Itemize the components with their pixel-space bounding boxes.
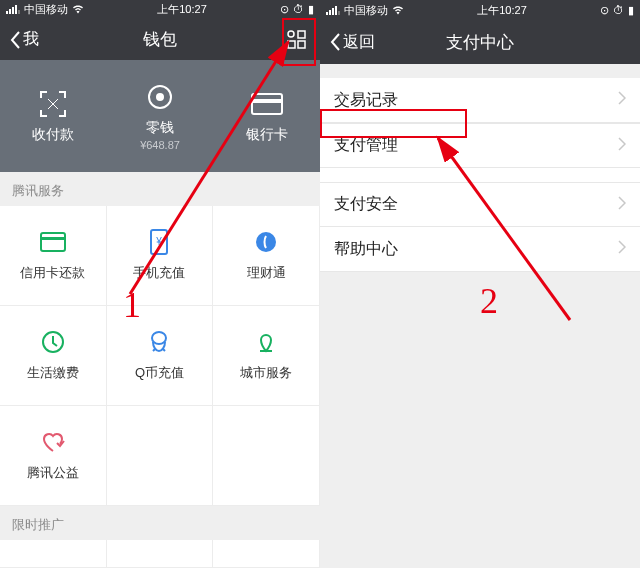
status-bar: 中国移动 上午10:27 ⊙ ⏱ ▮ [320, 0, 640, 20]
signal-icon [326, 6, 340, 15]
svg-rect-8 [41, 233, 65, 251]
scan-icon [38, 88, 68, 120]
credit-icon [40, 228, 66, 256]
section-tencent-services: 腾讯服务 [0, 172, 320, 206]
recharge-icon: ¥ [150, 228, 168, 256]
clock-label: 上午10:27 [157, 2, 207, 17]
service-recharge[interactable]: ¥手机充值 [107, 206, 214, 306]
pay-receive-button[interactable]: 收付款 [0, 60, 107, 171]
svg-rect-6 [252, 94, 282, 114]
alarm-icon-2: ⏱ [613, 4, 624, 16]
menu-item-0[interactable]: 交易记录 [320, 78, 640, 123]
balance-label: 零钱 [146, 119, 174, 137]
service-qcoin[interactable]: Q币充值 [107, 306, 214, 406]
alarm-icon: ⊙ [600, 4, 609, 17]
carrier-label: 中国移动 [24, 2, 68, 17]
svg-point-14 [152, 332, 166, 344]
balance-amount: ¥648.87 [140, 139, 180, 151]
back-button[interactable]: 我 [10, 29, 39, 50]
settings-menu: 交易记录支付管理支付安全帮助中心 [320, 78, 640, 272]
balance-button[interactable]: 零钱 ¥648.87 [107, 60, 214, 171]
nav-bar: 我 钱包 [0, 19, 320, 61]
qcoin-icon [147, 328, 171, 356]
signal-icon [6, 5, 20, 14]
menu-item-2[interactable]: 支付安全 [320, 182, 640, 227]
service-label: 腾讯公益 [27, 464, 79, 482]
city-icon [254, 328, 278, 356]
card-icon [251, 88, 283, 120]
menu-item-label: 帮助中心 [334, 239, 398, 260]
menu-item-label: 支付安全 [334, 194, 398, 215]
carrier-label: 中国移动 [344, 3, 388, 18]
back-button[interactable]: 返回 [330, 32, 375, 53]
service-label: 生活缴费 [27, 364, 79, 382]
back-label: 返回 [343, 32, 375, 53]
menu-item-1[interactable]: 支付管理 [320, 123, 640, 168]
page-title: 钱包 [0, 28, 320, 51]
empty-cell [107, 406, 214, 506]
back-label: 我 [23, 29, 39, 50]
svg-point-5 [156, 93, 164, 101]
menu-item-3[interactable]: 帮助中心 [320, 227, 640, 272]
service-charity[interactable]: 腾讯公益 [0, 406, 107, 506]
wifi-icon [392, 4, 404, 16]
bank-card-button[interactable]: 银行卡 [213, 60, 320, 171]
chevron-left-icon [10, 31, 21, 49]
bank-card-label: 银行卡 [246, 126, 288, 144]
alarm-icon: ⊙ [280, 3, 289, 16]
clock-label: 上午10:27 [477, 3, 527, 18]
svg-point-12 [256, 232, 276, 252]
svg-rect-7 [252, 99, 282, 103]
svg-text:¥: ¥ [156, 236, 163, 247]
chevron-right-icon [618, 196, 626, 214]
svg-point-0 [288, 31, 294, 37]
menu-item-label: 支付管理 [334, 135, 398, 156]
service-credit[interactable]: 信用卡还款 [0, 206, 107, 306]
promo-grid-truncated [0, 540, 320, 568]
charity-icon [40, 428, 66, 456]
services-grid: 信用卡还款¥手机充值理财通生活缴费Q币充值城市服务腾讯公益 [0, 206, 320, 506]
chevron-right-icon [618, 240, 626, 258]
service-label: 理财通 [247, 264, 286, 282]
licaitong-icon [254, 228, 278, 256]
service-city[interactable]: 城市服务 [213, 306, 320, 406]
menu-item-label: 交易记录 [334, 90, 398, 111]
service-label: Q币充值 [135, 364, 184, 382]
svg-rect-9 [41, 237, 65, 240]
service-label: 信用卡还款 [20, 264, 85, 282]
battery-icon: ▮ [628, 4, 634, 17]
pay-receive-label: 收付款 [32, 126, 74, 144]
svg-rect-1 [298, 31, 305, 38]
grid-menu-button[interactable] [284, 27, 310, 53]
status-bar: 中国移动 上午10:27 ⊙ ⏱ ▮ [0, 0, 320, 19]
grid-icon [286, 29, 308, 51]
chevron-left-icon [330, 33, 341, 51]
coin-icon [146, 81, 174, 113]
wifi-icon [72, 3, 84, 15]
payment-center-screen: 中国移动 上午10:27 ⊙ ⏱ ▮ 返回 支付中心 交易记录支付管理支付安全帮… [320, 0, 640, 568]
nav-bar: 返回 支付中心 [320, 20, 640, 64]
chevron-right-icon [618, 91, 626, 109]
chevron-right-icon [618, 137, 626, 155]
service-life[interactable]: 生活缴费 [0, 306, 107, 406]
service-licaitong[interactable]: 理财通 [213, 206, 320, 306]
svg-rect-3 [298, 41, 305, 48]
service-label: 手机充值 [133, 264, 185, 282]
service-label: 城市服务 [240, 364, 292, 382]
battery-icon: ▮ [308, 3, 314, 16]
life-icon [41, 328, 65, 356]
alarm-icon-2: ⏱ [293, 3, 304, 15]
wallet-top-actions: 收付款 零钱 ¥648.87 银行卡 [0, 60, 320, 171]
wallet-screen: 中国移动 上午10:27 ⊙ ⏱ ▮ 我 钱包 [0, 0, 320, 568]
svg-rect-2 [288, 41, 295, 48]
section-promo: 限时推广 [0, 506, 320, 540]
empty-cell [213, 406, 320, 506]
